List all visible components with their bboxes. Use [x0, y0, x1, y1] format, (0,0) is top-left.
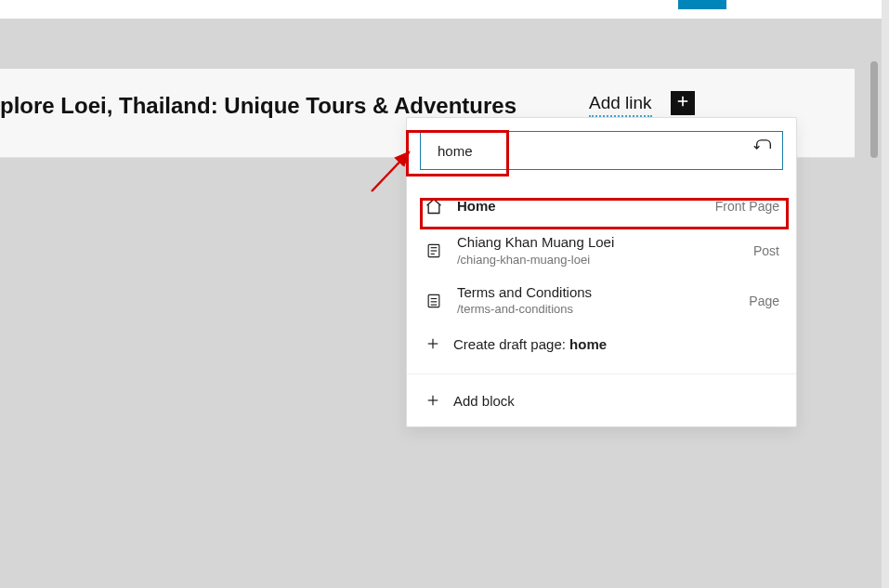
add-block-label: Add block — [453, 393, 515, 409]
editor-viewport: plore Loei, Thailand: Unique Tours & Adv… — [0, 0, 889, 588]
result-type: Page — [749, 294, 779, 308]
result-title: Home — [457, 197, 702, 216]
link-search-popover: Home Front Page Chiang Khan Muang Loei /… — [406, 117, 797, 427]
result-title: Terms and Conditions — [457, 283, 736, 302]
site-title-text: plore Loei, Thailand: Unique Tours & Adv… — [0, 93, 516, 119]
create-draft-page-button[interactable]: Create draft page: home — [407, 325, 796, 368]
create-draft-label: Create draft page: home — [453, 336, 607, 352]
link-result-page[interactable]: Terms and Conditions /terms-and-conditio… — [407, 276, 796, 326]
link-search-field-wrap — [420, 131, 783, 170]
post-icon — [424, 242, 444, 260]
gray-band — [0, 19, 882, 69]
link-result-home[interactable]: Home Front Page — [407, 187, 796, 226]
plus-icon — [674, 93, 691, 113]
result-slug: /chiang-khan-muang-loei — [457, 252, 740, 268]
plus-icon — [424, 391, 442, 410]
result-type: Front Page — [715, 199, 779, 214]
result-title: Chiang Khan Muang Loei — [457, 233, 740, 252]
result-body: Chiang Khan Muang Loei /chiang-khan-muan… — [457, 233, 740, 268]
publish-button-edge[interactable] — [678, 0, 726, 9]
scrollbar-track[interactable] — [882, 0, 889, 588]
plus-icon — [424, 334, 442, 353]
top-bar — [0, 0, 882, 19]
result-type: Post — [753, 243, 779, 258]
home-icon — [424, 197, 444, 216]
add-navigation-item-button[interactable] — [671, 91, 695, 115]
link-result-post[interactable]: Chiang Khan Muang Loei /chiang-khan-muan… — [407, 226, 796, 276]
submit-link-icon[interactable] — [753, 138, 774, 163]
scrollbar-thumb[interactable] — [870, 61, 878, 158]
result-slug: /terms-and-conditions — [457, 301, 736, 318]
add-block-button[interactable]: Add block — [407, 374, 796, 426]
result-body: Terms and Conditions /terms-and-conditio… — [457, 283, 736, 319]
result-body: Home — [457, 197, 702, 216]
link-search-input[interactable] — [420, 131, 783, 170]
svg-line-14 — [372, 152, 409, 191]
add-link-label[interactable]: Add link — [589, 93, 652, 117]
page-icon — [424, 292, 444, 310]
